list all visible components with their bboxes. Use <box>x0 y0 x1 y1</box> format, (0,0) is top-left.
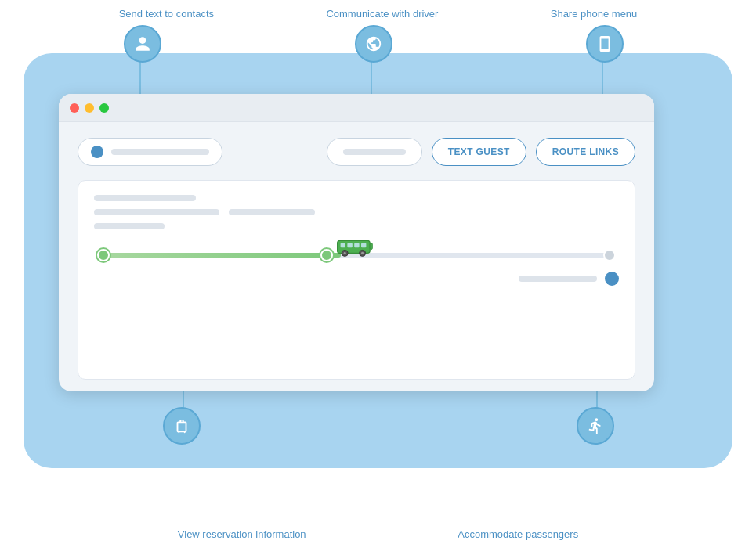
globe-icon <box>355 25 392 63</box>
connector-top-2 <box>355 25 392 63</box>
svg-point-7 <box>343 252 345 254</box>
connector-bottom-1 <box>163 407 201 445</box>
luggage-icon <box>163 407 201 445</box>
text-guest-button[interactable]: TEXT GUEST <box>432 138 526 166</box>
connector-top-1 <box>124 25 161 63</box>
top-label-2: Communicate with driver <box>326 8 438 20</box>
window-content: TEXT GUEST ROUTE LINKS <box>59 122 654 391</box>
svg-rect-1 <box>340 243 345 248</box>
svg-rect-5 <box>370 243 372 250</box>
bottom-label-2: Accommodate passengers <box>458 528 578 540</box>
extra-pill-button[interactable] <box>327 138 422 166</box>
svg-rect-2 <box>347 243 352 248</box>
close-button[interactable] <box>70 103 79 113</box>
phone-icon <box>586 25 624 63</box>
toolbar: TEXT GUEST ROUTE LINKS <box>78 138 635 166</box>
bus-track-container <box>94 253 619 258</box>
app-window: TEXT GUEST ROUTE LINKS <box>59 94 654 391</box>
search-input[interactable] <box>78 138 222 166</box>
connector-top-3 <box>586 25 624 63</box>
bottom-labels-row: View reservation information Accommodate… <box>0 528 756 540</box>
maximize-button[interactable] <box>99 103 109 113</box>
route-links-button[interactable]: ROUTE LINKS <box>536 138 635 166</box>
top-labels-row: Send text to contacts Communicate with d… <box>0 8 756 20</box>
scroll-dot[interactable] <box>605 272 619 286</box>
text-line-1 <box>94 195 196 201</box>
text-line-group <box>94 209 619 215</box>
track-dot-end <box>603 249 616 261</box>
svg-rect-3 <box>354 243 359 248</box>
track-dot-mid <box>320 249 333 261</box>
top-label-1: Send text to contacts <box>119 8 214 20</box>
person-icon <box>124 25 161 63</box>
content-area <box>78 180 635 380</box>
text-line-2b <box>229 209 315 215</box>
progress-fill <box>100 253 341 258</box>
bottom-row <box>94 272 619 286</box>
search-dot <box>91 146 103 158</box>
progress-track <box>100 253 613 258</box>
search-line-placeholder <box>111 149 209 155</box>
bottom-label-1: View reservation information <box>178 528 306 540</box>
walk-icon <box>577 407 614 445</box>
text-line-2a <box>94 209 219 215</box>
minimize-button[interactable] <box>85 103 94 113</box>
bus-icon <box>336 236 374 263</box>
track-dot-start <box>97 249 110 261</box>
svg-point-9 <box>361 252 364 254</box>
connector-bottom-2 <box>577 407 614 445</box>
text-line-3 <box>94 223 165 229</box>
top-label-3: Share phone menu <box>551 8 638 20</box>
titlebar <box>59 94 654 122</box>
svg-rect-4 <box>361 243 366 248</box>
scroll-bar[interactable] <box>519 276 597 282</box>
